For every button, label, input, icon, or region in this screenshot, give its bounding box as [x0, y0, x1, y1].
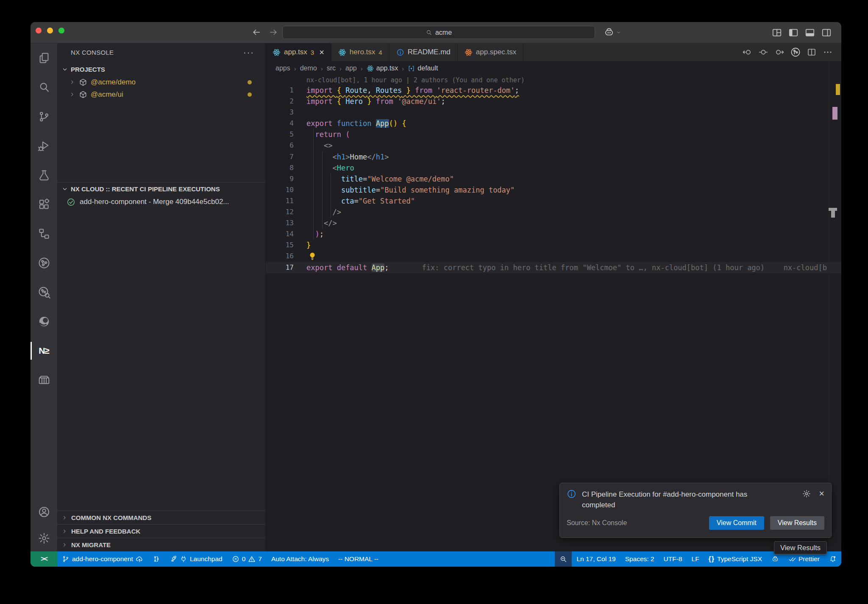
status-problems[interactable]: 07 — [227, 551, 267, 567]
layout-panel-button[interactable] — [804, 27, 815, 38]
activity-item-testing[interactable] — [31, 160, 57, 190]
project-item[interactable]: @acme/ui — [57, 88, 265, 101]
activity-item-extensions[interactable] — [31, 190, 57, 219]
status-compare-changes[interactable] — [148, 551, 165, 567]
status-zoom-indicator[interactable] — [555, 551, 572, 567]
status-cursor-position[interactable]: Ln 17, Col 19 — [572, 551, 620, 567]
nx-cloud-section-header[interactable]: NX CLOUD :: RECENT CI PIPELINE EXECUTION… — [57, 182, 265, 196]
breadcrumb-item-demo[interactable]: demo — [300, 64, 317, 72]
status-encoding[interactable]: UTF-8 — [659, 551, 687, 567]
sidebar-section-help-and-feedback[interactable]: HELP AND FEEDBACK — [57, 524, 265, 538]
tab-hero.tsx[interactable]: hero.tsx4 — [331, 43, 389, 61]
status-vim-mode[interactable]: -- NORMAL -- — [334, 551, 383, 567]
status-eol[interactable]: LF — [687, 551, 704, 567]
project-item[interactable]: @acme/demo — [57, 76, 265, 88]
activity-item-search[interactable] — [31, 73, 57, 102]
lightbulb-icon[interactable] — [308, 252, 317, 261]
notification-close-icon[interactable]: × — [819, 489, 824, 498]
activity-item-nx-project-graph[interactable] — [31, 248, 57, 277]
code-line-2[interactable]: 2import { Hero } from '@acme/ui'; — [266, 96, 841, 107]
code-editor[interactable]: nx-cloud[bot], 1 hour ago | 2 authors (Y… — [266, 76, 841, 273]
code-line-4[interactable]: 4export function App() { — [266, 118, 841, 129]
status-auto-attach[interactable]: Auto Attach: Always — [267, 551, 334, 567]
prev-change-button[interactable] — [742, 47, 752, 57]
code-line-14[interactable]: 14 ); — [266, 229, 841, 240]
breadcrumb-label: demo — [300, 64, 317, 72]
breadcrumb-item-src[interactable]: src — [327, 64, 336, 72]
tab-label: hero.tsx — [350, 48, 375, 56]
code-line-13[interactable]: 13 </> — [266, 218, 841, 229]
ellipsis-button[interactable] — [823, 47, 833, 57]
editor-group: app.tsx3×hero.tsx4README.mdapp.spec.tsx … — [266, 43, 841, 551]
projects-section-header[interactable]: PROJECTS — [57, 63, 265, 76]
tab-README.md[interactable]: README.md — [389, 43, 458, 61]
tab-app.spec.tsx[interactable]: app.spec.tsx — [458, 43, 523, 61]
activity-item-nx-graph-search[interactable] — [31, 277, 57, 307]
zoom-window-button[interactable] — [58, 28, 64, 34]
code-line-7[interactable]: 7 <h1>Home</h1> — [266, 151, 841, 162]
section-label: COMMON NX COMMANDS — [71, 514, 151, 521]
tab-app.tsx[interactable]: app.tsx3× — [266, 43, 331, 61]
status-notifications-bell[interactable] — [824, 551, 841, 567]
code-line-5[interactable]: 5 return ( — [266, 129, 841, 140]
activity-bar-items: N≥ — [31, 43, 57, 499]
next-change-button[interactable] — [774, 47, 785, 57]
activity-item-edge-browser[interactable] — [31, 307, 57, 336]
copilot-menu[interactable] — [604, 27, 622, 38]
activity-item-settings[interactable] — [31, 525, 57, 551]
project-label: @acme/ui — [91, 90, 123, 99]
sidebar-more-actions-icon[interactable]: ··· — [243, 48, 254, 57]
ruler-cursor-mark-stem — [831, 211, 835, 218]
nx-graph-circled-button[interactable] — [790, 47, 801, 57]
code-line-15[interactable]: 15} — [266, 240, 841, 251]
navigate-forward-button[interactable] — [269, 28, 279, 38]
code-line-12[interactable]: 12 /> — [266, 207, 841, 218]
layout-sidebar-left-button[interactable] — [788, 27, 799, 38]
breadcrumb-item-app[interactable]: app — [345, 64, 357, 72]
sidebar-section-common-nx-commands[interactable]: COMMON NX COMMANDS — [57, 511, 265, 524]
pipeline-execution-item[interactable]: add-hero-component - Merge 409b44e5cb02.… — [57, 196, 265, 208]
code-line-6[interactable]: 6 <> — [266, 140, 841, 151]
breadcrumb-item-apps[interactable]: apps — [275, 64, 290, 72]
containers-icon — [38, 374, 50, 386]
activity-item-references[interactable] — [31, 219, 57, 248]
close-tab-icon[interactable]: × — [319, 48, 324, 57]
minimize-window-button[interactable] — [47, 28, 53, 34]
activity-item-run-debug[interactable] — [31, 131, 57, 160]
code-line-3[interactable]: 3 — [266, 107, 841, 118]
arrow-left-icon — [252, 28, 261, 37]
activity-item-source-control[interactable] — [31, 102, 57, 131]
remote-indicator[interactable]: >< — [31, 551, 57, 567]
code-line-11[interactable]: 11 cta="Get Started" — [266, 196, 841, 207]
activity-item-containers[interactable] — [31, 365, 57, 394]
view-results-button[interactable]: View Results — [770, 516, 824, 530]
line-number: 14 — [266, 229, 306, 240]
line-number: 15 — [266, 240, 306, 251]
activity-item-explorer[interactable] — [31, 43, 57, 73]
customize-layout-button[interactable] — [771, 27, 782, 38]
activity-item-account[interactable] — [31, 499, 57, 525]
breadcrumb-item-default[interactable]: default — [408, 64, 438, 72]
code-line-10[interactable]: 10 subtitle="Build something amazing tod… — [266, 185, 841, 196]
code-line-1[interactable]: 1import { Route, Routes } from 'react-ro… — [266, 85, 841, 96]
code-line-17[interactable]: 17export default App;fix: correct typo i… — [266, 262, 841, 273]
split-editor-icon — [807, 47, 817, 57]
change-dash-button[interactable] — [758, 47, 768, 57]
view-commit-button[interactable]: View Commit — [709, 516, 764, 530]
status-branch[interactable]: add-hero-component — [57, 551, 148, 567]
command-center-search[interactable]: acme — [282, 26, 595, 39]
navigate-back-button[interactable] — [252, 28, 262, 38]
close-window-button[interactable] — [36, 28, 42, 34]
status-indentation[interactable]: Spaces: 2 — [620, 551, 659, 567]
notification-settings-icon[interactable] — [802, 489, 811, 498]
status-language-mode[interactable]: {}TypeScript JSX — [704, 551, 767, 567]
sidebar-section-nx-migrate[interactable]: NX MIGRATE — [57, 538, 265, 551]
code-line-9[interactable]: 9 title="Welcome @acme/demo" — [266, 173, 841, 185]
layout-sidebar-right-button[interactable] — [821, 27, 832, 38]
breadcrumb-item-app.tsx[interactable]: app.tsx — [367, 64, 398, 72]
code-line-8[interactable]: 8 <Hero — [266, 162, 841, 173]
activity-item-nx-console[interactable]: N≥ — [31, 336, 57, 365]
split-editor-button[interactable] — [807, 47, 817, 57]
code-line-16[interactable]: 16 — [266, 251, 841, 262]
status-launchpad[interactable]: Launchpad — [165, 551, 227, 567]
